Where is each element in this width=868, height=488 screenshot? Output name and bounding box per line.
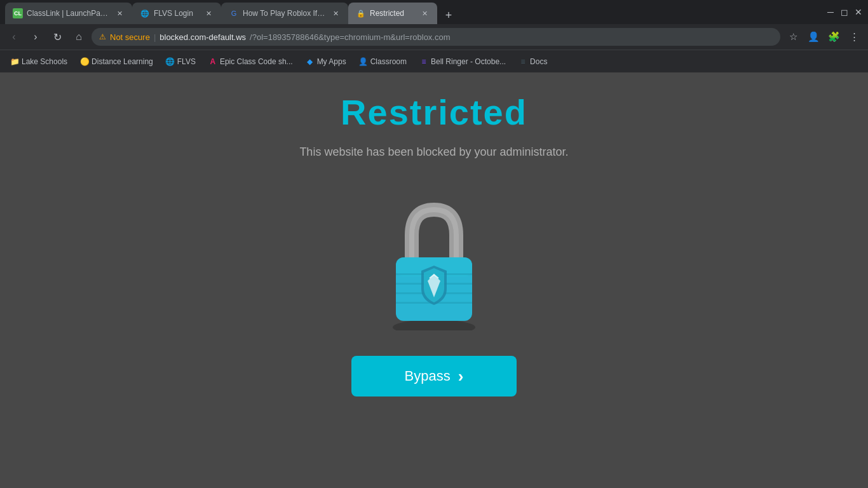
- security-icon: ⚠: [99, 32, 106, 41]
- bookmark-distance-learning-label: Distance Learning: [92, 57, 153, 66]
- address-separator: |: [154, 32, 156, 42]
- navigation-bar: ‹ › ↻ ⌂ ⚠ Not secure | blocked.com-defau…: [0, 24, 868, 50]
- lake-schools-icon: 📁: [10, 57, 19, 66]
- tab-flvs-close[interactable]: ✕: [203, 8, 214, 18]
- bypass-label: Bypass: [405, 368, 451, 384]
- star-button[interactable]: ☆: [784, 28, 802, 46]
- bookmark-bell-ringer[interactable]: ≡ Bell Ringer - Octobe...: [414, 55, 511, 69]
- tab-classlink-close[interactable]: ✕: [114, 8, 125, 18]
- bypass-button[interactable]: Bypass ›: [351, 356, 517, 396]
- extensions-button[interactable]: 🧩: [825, 28, 843, 46]
- title-bar: CL ClassLink | LaunchPad Login ✕ 🌐 FLVS …: [0, 0, 868, 24]
- lock-icon: [377, 197, 491, 324]
- window-controls: ─ ◻ ✕: [826, 8, 863, 17]
- home-button[interactable]: ⌂: [70, 28, 88, 46]
- bookmark-lake-schools-label: Lake Schools: [22, 57, 67, 66]
- bookmark-flvs[interactable]: 🌐 FLVS: [161, 55, 201, 69]
- bookmark-flvs-label: FLVS: [177, 57, 196, 66]
- profile-button[interactable]: 👤: [804, 28, 822, 46]
- tab-roblox-label: How To Play Roblox If Your On C: [243, 9, 327, 18]
- new-tab-button[interactable]: +: [440, 6, 458, 24]
- bookmark-myapps-label: My Apps: [317, 57, 346, 66]
- tab-roblox-close[interactable]: ✕: [330, 8, 341, 18]
- epic-icon: A: [208, 57, 217, 66]
- minimize-button[interactable]: ─: [826, 8, 835, 17]
- docs-icon: ≡: [519, 57, 527, 66]
- tab-classlink-label: ClassLink | LaunchPad Login: [27, 9, 111, 18]
- tab-restricted[interactable]: 🔒 Restricted ✕: [348, 3, 437, 24]
- tab-flvs[interactable]: 🌐 FLVS Login ✕: [132, 3, 221, 24]
- bypass-arrow: ›: [458, 367, 464, 386]
- tab-restricted-label: Restricted: [370, 9, 416, 18]
- distance-learning-icon: 🟡: [80, 57, 89, 66]
- svg-point-0: [393, 320, 475, 330]
- content-area: Restricted This website has been blocked…: [0, 72, 868, 488]
- tab-roblox[interactable]: G How To Play Roblox If Your On C ✕: [221, 3, 348, 24]
- address-path: /?ol=18935788646&type=chromium-m&url=rob…: [250, 32, 450, 42]
- bookmark-epic-label: Epic Class Code sh...: [220, 57, 293, 66]
- bookmark-classroom-label: Classroom: [370, 57, 407, 66]
- bookmark-distance-learning[interactable]: 🟡 Distance Learning: [75, 55, 158, 69]
- forward-button[interactable]: ›: [27, 28, 44, 46]
- tab-list: CL ClassLink | LaunchPad Login ✕ 🌐 FLVS …: [5, 0, 821, 24]
- address-domain: blocked.com-default.ws: [159, 32, 246, 42]
- tab-restricted-close[interactable]: ✕: [419, 8, 430, 18]
- bookmark-myapps[interactable]: ◆ My Apps: [301, 55, 351, 69]
- reload-button[interactable]: ↻: [48, 28, 66, 46]
- roblox-favicon: G: [229, 8, 239, 18]
- bookmark-epic[interactable]: A Epic Class Code sh...: [203, 55, 298, 69]
- myapps-icon: ◆: [306, 57, 315, 66]
- bookmarks-bar: 📁 Lake Schools 🟡 Distance Learning 🌐 FLV…: [0, 50, 868, 72]
- flvs-favicon: 🌐: [140, 8, 150, 18]
- bookmark-docs-label: Docs: [530, 57, 547, 66]
- bookmark-docs[interactable]: ≡ Docs: [513, 55, 552, 69]
- security-label: Not secure: [110, 32, 150, 42]
- bell-ringer-icon: ≡: [419, 57, 428, 66]
- back-button[interactable]: ‹: [5, 28, 23, 46]
- bookmark-bell-ringer-label: Bell Ringer - Octobe...: [431, 57, 506, 66]
- classlink-favicon: CL: [13, 8, 23, 18]
- menu-button[interactable]: ⋮: [845, 28, 863, 46]
- close-button[interactable]: ✕: [854, 8, 863, 17]
- tab-flvs-label: FLVS Login: [154, 9, 200, 18]
- address-bar[interactable]: ⚠ Not secure | blocked.com-default.ws/?o…: [92, 28, 780, 46]
- page-subtitle: This website has been blocked by your ad…: [299, 146, 568, 159]
- classroom-icon: 👤: [359, 57, 368, 66]
- restricted-favicon: 🔒: [356, 8, 366, 18]
- bookmark-classroom[interactable]: 👤 Classroom: [354, 55, 412, 69]
- tab-classlink[interactable]: CL ClassLink | LaunchPad Login ✕: [5, 3, 132, 24]
- nav-right-icons: ☆ 👤 🧩 ⋮: [784, 28, 863, 46]
- bookmark-lake-schools[interactable]: 📁 Lake Schools: [5, 55, 72, 69]
- flvs-bookmark-icon: 🌐: [166, 57, 175, 66]
- page-title: Restricted: [341, 92, 527, 133]
- maximize-button[interactable]: ◻: [840, 8, 849, 17]
